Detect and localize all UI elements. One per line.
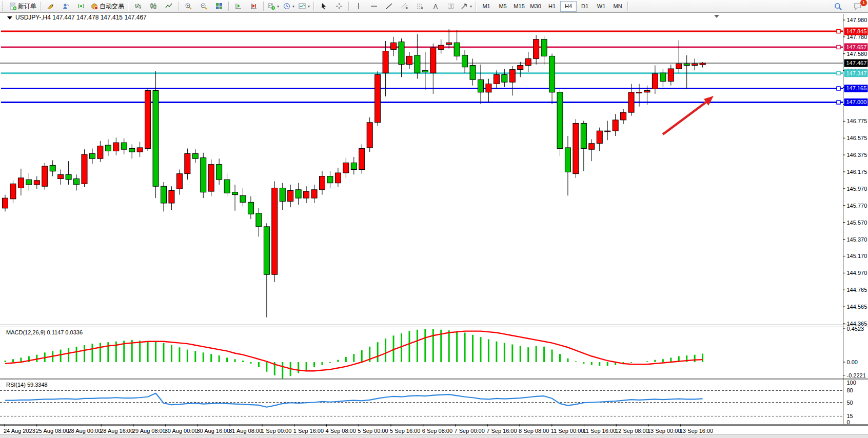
svg-text:146.175: 146.175 [847, 169, 867, 175]
line-chart-button[interactable] [161, 1, 176, 12]
svg-text:E: E [406, 7, 408, 10]
horizontal-line-147.165[interactable] [1, 87, 843, 90]
chart-play-button[interactable] [231, 1, 246, 12]
svg-text:7 Sep 16:00: 7 Sep 16:00 [486, 428, 517, 434]
signal-button[interactable] [73, 1, 89, 12]
indicators-template-button[interactable]: ▾ [297, 1, 312, 12]
svg-text:146.775: 146.775 [847, 118, 867, 124]
chart-window[interactable]: USDJPY-,H4 147.447 147.478 147.415 147.4… [0, 13, 868, 438]
svg-text:28 Aug 00:00: 28 Aug 00:00 [68, 428, 102, 434]
svg-text:80: 80 [847, 387, 853, 393]
svg-text:5 Sep 16:00: 5 Sep 16:00 [390, 428, 420, 434]
chevron-down-icon[interactable]: ▾ [292, 4, 294, 9]
autotrading-label: 自动交易 [100, 2, 124, 11]
search-button[interactable] [830, 1, 845, 12]
clock-button[interactable]: ▾ [281, 1, 297, 12]
symbol-title: USDJPY-,H4 147.447 147.478 147.415 147.4… [7, 14, 147, 21]
svg-text:100: 100 [847, 380, 856, 386]
svg-text:144.970: 144.970 [847, 270, 867, 276]
arrows-button[interactable]: ▾ [459, 1, 474, 12]
autotrading-button[interactable]: 自动交易 [89, 1, 126, 12]
svg-text:147.000: 147.000 [846, 99, 867, 105]
price-chart[interactable]: USDJPY-,H4 147.447 147.478 147.415 147.4… [0, 13, 868, 438]
toolbar: 新订单自动交易▾▾▾EFAT▾M1M5M15M30H1H4D1W1MN1 [0, 0, 868, 13]
svg-text:147.580: 147.580 [847, 51, 867, 57]
svg-text:145.570: 145.570 [847, 220, 867, 226]
horizontal-line-147.845[interactable] [1, 30, 843, 33]
trendline-button[interactable] [382, 1, 397, 12]
svg-text:8 Sep 08:00: 8 Sep 08:00 [519, 428, 549, 434]
svg-text:7 Sep 00:00: 7 Sep 00:00 [455, 428, 485, 434]
svg-text:0.00: 0.00 [847, 359, 858, 365]
new-chart-button[interactable]: ▾ [266, 1, 281, 12]
horizontal-line-147.000[interactable] [1, 101, 843, 104]
macd-label: MACD(12,26,9) 0.1147 0.0336 [6, 329, 83, 335]
timeframe-mn-button[interactable]: MN [609, 1, 626, 12]
profile-chart-icon [62, 3, 69, 10]
text-button[interactable]: A [428, 1, 443, 12]
svg-text:144.765: 144.765 [847, 287, 867, 293]
timeframe-h4-button[interactable]: H4 [560, 1, 577, 12]
notifications-button[interactable]: 1 [850, 1, 865, 12]
svg-text:147.980: 147.980 [847, 17, 867, 23]
fibonacci-button[interactable]: F [412, 1, 428, 12]
crosshair-button[interactable] [331, 1, 347, 12]
svg-text:145.970: 145.970 [847, 186, 867, 192]
bar-chart-button[interactable] [130, 1, 146, 12]
svg-text:25 Aug 08:00: 25 Aug 08:00 [36, 428, 69, 434]
text-label-button[interactable]: T [443, 1, 459, 12]
timeframe-m30-button[interactable]: M30 [527, 1, 544, 12]
chevron-down-icon[interactable]: ▾ [308, 4, 310, 9]
hline-button[interactable] [366, 1, 382, 12]
chart-step-button[interactable] [246, 1, 262, 12]
chevron-down-icon[interactable]: ▾ [470, 4, 472, 9]
zoom-out-icon [200, 3, 207, 10]
window-bottom-edge [0, 434, 868, 438]
rsi-panel: RSI(14) 59.33481008050150 [0, 380, 856, 425]
hline-icon [370, 3, 378, 10]
crayon-button[interactable] [43, 1, 58, 12]
toolbar-separator [228, 2, 229, 11]
timeframe-h1-button[interactable]: H1 [544, 1, 560, 12]
chevron-down-icon[interactable]: ▾ [277, 4, 279, 9]
svg-text:147.845: 147.845 [846, 28, 867, 34]
channel-button[interactable]: E [397, 1, 412, 12]
svg-text:0.4523: 0.4523 [847, 326, 864, 332]
vline-icon [355, 3, 362, 10]
toolbar-separator [476, 2, 477, 11]
svg-text:145.170: 145.170 [847, 253, 867, 259]
svg-text:29 Aug 08:00: 29 Aug 08:00 [132, 428, 166, 434]
svg-text:13 Sep 00:00: 13 Sep 00:00 [647, 428, 681, 434]
timeframe-m15-button[interactable]: M15 [511, 1, 527, 12]
svg-text:1 Sep 00:00: 1 Sep 00:00 [261, 428, 291, 434]
timeframe-m1-button[interactable]: M1 [478, 1, 495, 12]
new-chart-icon [268, 3, 275, 10]
horizontal-line-147.657[interactable] [1, 45, 843, 49]
svg-text:147.347: 147.347 [846, 70, 867, 76]
channel-icon: E [401, 3, 408, 10]
cursor-button[interactable] [316, 1, 331, 12]
toolbar-separator [178, 2, 179, 11]
cursor-icon [320, 3, 327, 10]
timeframe-w1-button[interactable]: W1 [593, 1, 609, 12]
horizontal-line-147.347[interactable] [1, 71, 843, 75]
tile-windows-icon [215, 3, 223, 10]
vline-button[interactable] [351, 1, 366, 12]
chart-shift-marker[interactable] [714, 15, 719, 18]
svg-text:5 Sep 00:00: 5 Sep 00:00 [358, 428, 388, 434]
tile-windows-button[interactable] [211, 1, 227, 12]
time-axis: 24 Aug 202325 Aug 08:0028 Aug 00:0028 Au… [4, 425, 713, 434]
svg-text:145.370: 145.370 [847, 236, 867, 243]
zoom-in-button[interactable] [181, 1, 196, 12]
candlestick-button[interactable] [146, 1, 161, 12]
new-order-button[interactable]: 新订单 [7, 1, 38, 12]
toolbar-separator [263, 2, 264, 11]
profile-chart-button[interactable] [58, 1, 73, 12]
zoom-out-button[interactable] [196, 1, 211, 12]
timeframe-d1-button[interactable]: D1 [577, 1, 593, 12]
bar-chart-icon [134, 3, 142, 10]
toolbar-separator [128, 2, 129, 11]
timeframe-m5-button[interactable]: M5 [495, 1, 511, 12]
new-order-icon [9, 3, 16, 10]
chart-play-icon [235, 3, 242, 10]
